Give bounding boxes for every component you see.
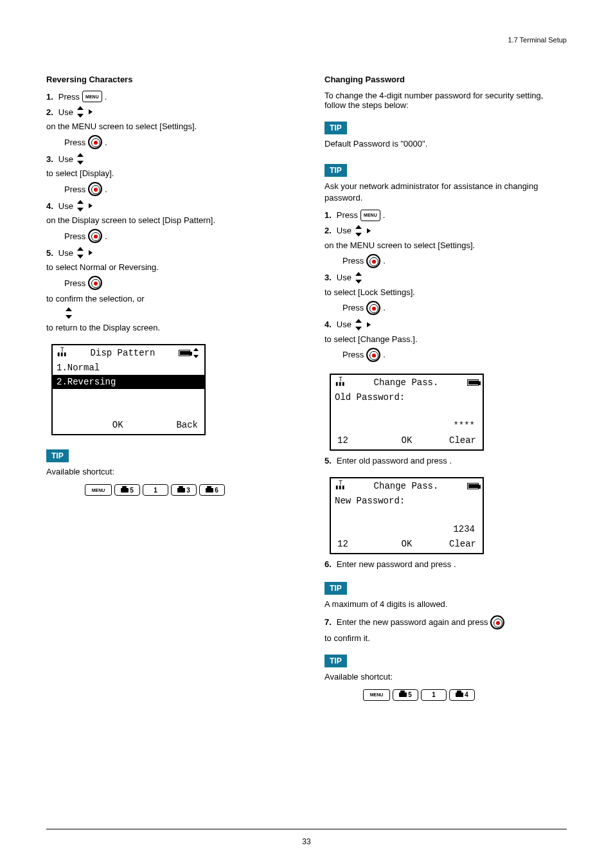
- step7b-text: to confirm it.: [324, 633, 567, 643]
- battery-icon: [467, 379, 479, 386]
- password-mask: ****: [331, 419, 483, 433]
- num-key: 5: [114, 484, 140, 496]
- battery-icon: [179, 350, 190, 356]
- press-label: Press: [64, 231, 85, 241]
- updown-icon: [76, 106, 87, 118]
- step6r-text: Enter new password and press .: [337, 559, 456, 569]
- step3r-text: to select [Lock Settings].: [324, 287, 567, 297]
- tip-badge: TIP: [324, 582, 347, 595]
- right-arrow-icon: [89, 203, 93, 208]
- updown-icon: [354, 319, 366, 330]
- num-key: 3: [171, 484, 197, 496]
- field-label: Old Password:: [331, 390, 483, 404]
- target-icon: [88, 229, 102, 243]
- step2-text: on the MENU screen to select [Settings].: [46, 122, 289, 131]
- field-label: New Password:: [331, 494, 483, 508]
- num-key: 1: [143, 484, 168, 496]
- signal-icon: T: [335, 379, 345, 386]
- target-icon: [366, 301, 380, 315]
- num-key: 5: [393, 689, 418, 701]
- right-arrow-icon: [89, 109, 93, 114]
- battery-icon: [467, 483, 479, 489]
- change-pass-new-screen: T Change Pass. New Password: 1234 12 OK …: [330, 477, 484, 554]
- page-header: 1.7 Terminal Setup: [46, 36, 567, 44]
- press-label: Press: [342, 350, 364, 359]
- left-title: Reversing Characters: [46, 75, 289, 84]
- right-arrow-icon: [367, 228, 371, 233]
- scroll-icon: [193, 348, 200, 358]
- tip-badge: TIP: [324, 164, 347, 177]
- intro-text: To change the 4-digit number password fo…: [324, 91, 567, 110]
- right-title: Changing Password: [324, 75, 567, 84]
- change-pass-old-screen: T Change Pass. Old Password: **** 12 OK …: [330, 374, 484, 451]
- softkey-clear[interactable]: Clear: [430, 539, 476, 549]
- screen-title: Disp Pattern: [67, 348, 179, 358]
- updown-icon: [76, 153, 87, 165]
- right-column: Changing Password To change the 4-digit …: [324, 63, 567, 701]
- softkey-ok[interactable]: OK: [384, 435, 430, 446]
- updown-icon: [76, 200, 87, 212]
- step3-text: to select [Display].: [46, 168, 289, 178]
- menu-key-icon: MENU: [82, 91, 102, 102]
- confirm-b: to return to the Display screen.: [46, 323, 289, 332]
- signal-icon: T: [57, 349, 67, 357]
- target-icon: [490, 615, 504, 629]
- right-arrow-icon: [89, 250, 93, 255]
- footer-rule: [46, 829, 567, 829]
- softkey-clear[interactable]: Clear: [430, 435, 476, 446]
- target-icon: [366, 348, 380, 362]
- press-label: Press: [342, 303, 364, 312]
- page-number: 33: [0, 837, 613, 846]
- step5-text: to select Normal or Reversing.: [46, 262, 289, 272]
- step4r-text: to select [Change Pass.].: [324, 334, 567, 344]
- tip-badge: TIP: [324, 122, 347, 134]
- list-item-selected[interactable]: 2.Reversing: [53, 375, 204, 389]
- menu-key-icon: MENU: [85, 484, 112, 496]
- tip-badge: TIP: [324, 655, 347, 667]
- updown-icon: [354, 272, 366, 284]
- updown-icon: [64, 307, 76, 319]
- tip-text: A maximum of 4 digits is allowed.: [324, 599, 567, 610]
- press-label: Press: [342, 256, 364, 266]
- target-icon: [88, 135, 102, 149]
- tip-badge: TIP: [46, 449, 69, 462]
- tip-text: Ask your network administrator for assis…: [324, 181, 567, 204]
- target-icon: [88, 276, 102, 290]
- shortcut-keys: MENU 5 1 4: [363, 689, 567, 701]
- disp-pattern-screen: T Disp Pattern 1.Normal 2.Reversing OK B…: [51, 344, 206, 435]
- target-icon: [366, 254, 380, 268]
- target-icon: [88, 182, 102, 196]
- tip-text: Available shortcut:: [46, 466, 289, 478]
- num-key: 4: [449, 689, 475, 701]
- shortcut-keys: MENU 5 1 3 6: [85, 484, 289, 496]
- num-key: 6: [199, 484, 225, 496]
- signal-icon: T: [335, 482, 345, 490]
- right-arrow-icon: [367, 322, 371, 327]
- screen-title: Change Pass.: [345, 481, 467, 491]
- confirm-a: to confirm the selection, or: [46, 294, 289, 303]
- menu-key-icon: MENU: [360, 210, 380, 221]
- updown-icon: [354, 225, 366, 237]
- softkey-ok[interactable]: OK: [112, 420, 123, 430]
- step7a-text: Enter the new password again and press: [337, 617, 488, 627]
- num-key: 1: [421, 689, 447, 701]
- step2r-text: on the MENU screen to select [Settings].: [324, 240, 567, 250]
- press-label: Press: [64, 278, 85, 288]
- press-label: Press: [64, 185, 85, 194]
- screen-title: Change Pass.: [345, 377, 467, 388]
- softkey-ok[interactable]: OK: [384, 539, 430, 549]
- softkey-back[interactable]: Back: [176, 420, 198, 430]
- left-column: Reversing Characters 1. Press MENU. 2. U…: [46, 63, 289, 701]
- menu-key-icon: MENU: [363, 689, 390, 701]
- tip-text: Available shortcut:: [324, 671, 567, 683]
- updown-icon: [76, 247, 87, 258]
- softkey-mode[interactable]: 12: [337, 435, 384, 446]
- step4-text: on the Display screen to select [Disp Pa…: [46, 215, 289, 225]
- password-value: 1234: [331, 522, 483, 536]
- softkey-mode[interactable]: 12: [337, 539, 384, 549]
- list-item[interactable]: 1.Normal: [53, 361, 204, 375]
- step5r-text: Enter old password and press .: [337, 456, 452, 466]
- tip-text: Default Password is "0000".: [324, 138, 567, 150]
- press-label: Press: [64, 138, 85, 147]
